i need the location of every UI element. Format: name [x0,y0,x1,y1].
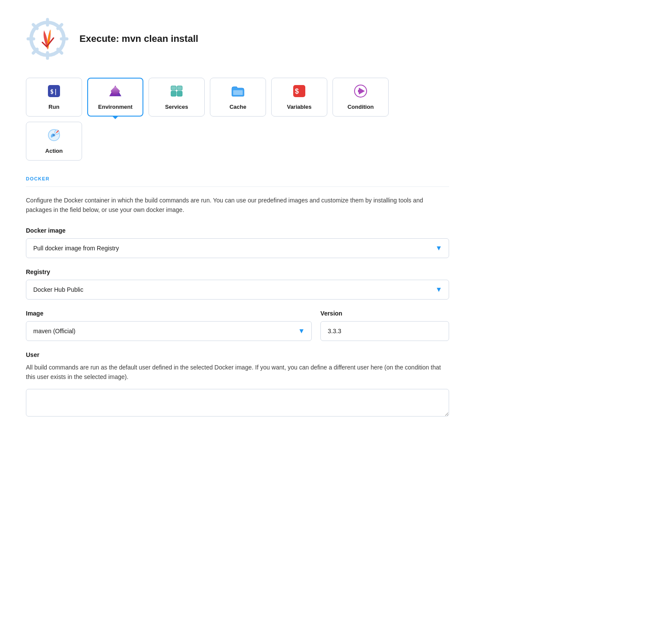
tab-variables-label: Variables [287,104,311,110]
image-select[interactable]: maven (Official)nodepythonjavagolang [26,321,312,341]
image-select-wrapper: maven (Official)nodepythonjavagolang ▼ [26,321,312,341]
registry-select-wrapper: Docker Hub PublicDocker Hub PrivateAWS E… [26,280,449,300]
variables-icon: $ [292,84,306,100]
section-divider [26,186,449,187]
svg-point-25 [53,134,55,136]
svg-rect-14 [177,91,182,96]
tab-services-label: Services [165,104,188,110]
tab-condition[interactable]: Condition [332,78,389,117]
environment-icon [108,84,122,100]
page-header: Execute: mvn clean install [26,17,449,60]
svg-text:$: $ [295,88,299,95]
section-description: Configure the Docker container in which … [26,196,449,215]
tab-action-label: Action [45,148,63,154]
tab-run-label: Run [48,104,59,110]
tab-cache[interactable]: Cache [210,78,266,117]
svg-rect-16 [177,86,182,90]
tab-cache-label: Cache [229,104,246,110]
svg-marker-21 [359,88,365,95]
tab-run[interactable]: $| Run [26,78,82,117]
svg-rect-15 [171,86,176,90]
registry-label: Registry [26,268,449,275]
condition-icon [354,84,367,100]
docker-image-select-wrapper: Pull docker image from RegistryBuild fro… [26,238,449,258]
tab-bar: $| Run [26,78,449,161]
services-icon [170,84,184,100]
registry-select[interactable]: Docker Hub PublicDocker Hub PrivateAWS E… [26,280,449,300]
run-icon: $| [47,84,61,100]
version-label: Version [320,310,449,317]
user-label: User [26,351,449,358]
tab-condition-label: Condition [348,104,374,110]
svg-rect-17 [233,90,243,95]
tab-variables[interactable]: $ Variables [271,78,327,117]
image-version-row: Image maven (Official)nodepythonjavagola… [26,310,449,341]
section-title: DOCKER [26,176,449,181]
svg-rect-22 [358,90,360,92]
tab-action[interactable]: Action [26,122,82,161]
version-input[interactable]: 3.3.3 [320,321,449,341]
tab-services[interactable]: Services [149,78,205,117]
svg-text:$|: $| [50,88,57,95]
app-logo [26,17,69,60]
docker-image-label: Docker image [26,227,449,234]
cache-icon [231,84,245,100]
version-field-group: Version 3.3.3 [320,310,449,341]
tab-environment-label: Environment [98,104,132,110]
image-field-group: Image maven (Official)nodepythonjavagola… [26,310,312,341]
action-icon [47,128,61,144]
tab-environment[interactable]: Environment [87,78,143,117]
image-label: Image [26,310,312,317]
user-input[interactable] [26,389,449,417]
page-title: Execute: mvn clean install [79,33,198,44]
svg-rect-13 [171,91,176,96]
docker-section: DOCKER Configure the Docker container in… [26,176,449,418]
docker-image-select[interactable]: Pull docker image from RegistryBuild fro… [26,238,449,258]
user-description: All build commands are run as the defaul… [26,363,449,382]
